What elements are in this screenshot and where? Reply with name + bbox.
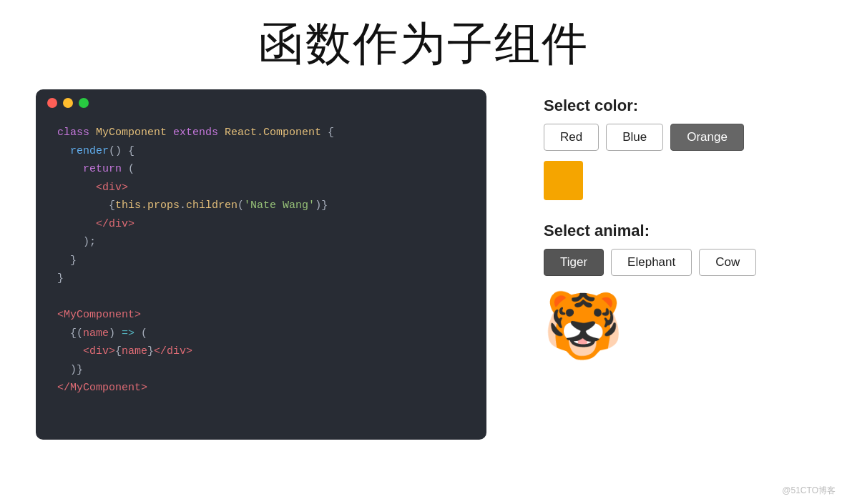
color-btn-red[interactable]: Red [544,124,599,151]
page-title: 函数作为子组件 [258,13,589,75]
code-line: <div> [57,179,465,197]
code-line: } [57,252,465,270]
code-line: <div>{name}</div> [57,342,465,361]
editor-titlebar [36,89,486,117]
right-panel: Select color: Red Blue Orange Select ani… [544,89,811,365]
code-line: <MyComponent> [57,306,465,325]
code-line [57,288,465,307]
animal-btn-elephant[interactable]: Elephant [611,249,692,276]
animal-section-label: Select animal: [544,222,811,240]
code-line: render() { [57,142,465,161]
code-line: class MyComponent extends React.Componen… [57,124,465,142]
color-button-row: Red Blue Orange [544,124,811,151]
color-section: Select color: Red Blue Orange [544,97,811,200]
close-dot[interactable] [47,98,57,108]
code-line: )} [57,361,465,380]
code-line: } [57,270,465,288]
tiger-emoji: 🐯 [543,293,623,357]
color-btn-orange[interactable]: Orange [670,124,744,151]
color-swatch [544,161,583,200]
code-editor: class MyComponent extends React.Componen… [36,89,486,440]
code-body: class MyComponent extends React.Componen… [36,117,486,419]
animal-btn-tiger[interactable]: Tiger [544,249,604,276]
code-line: return ( [57,160,465,179]
minimize-dot[interactable] [63,98,73,108]
maximize-dot[interactable] [79,98,89,108]
animal-section: Select animal: Tiger Elephant Cow 🐯 [544,222,811,365]
animal-button-row: Tiger Elephant Cow [544,249,811,276]
animal-btn-cow[interactable]: Cow [699,249,756,276]
code-line: {this.props.children('Nate Wang')} [57,197,465,215]
code-line: </MyComponent> [57,379,465,397]
color-section-label: Select color: [544,97,811,115]
animal-image: 🐯 [544,286,622,365]
code-line: ); [57,233,465,252]
color-btn-blue[interactable]: Blue [606,124,663,151]
code-line: {(name) => ( [57,325,465,343]
watermark: @51CTO博客 [782,485,836,497]
code-line: </div> [57,215,465,234]
main-content: class MyComponent extends React.Componen… [0,89,847,440]
